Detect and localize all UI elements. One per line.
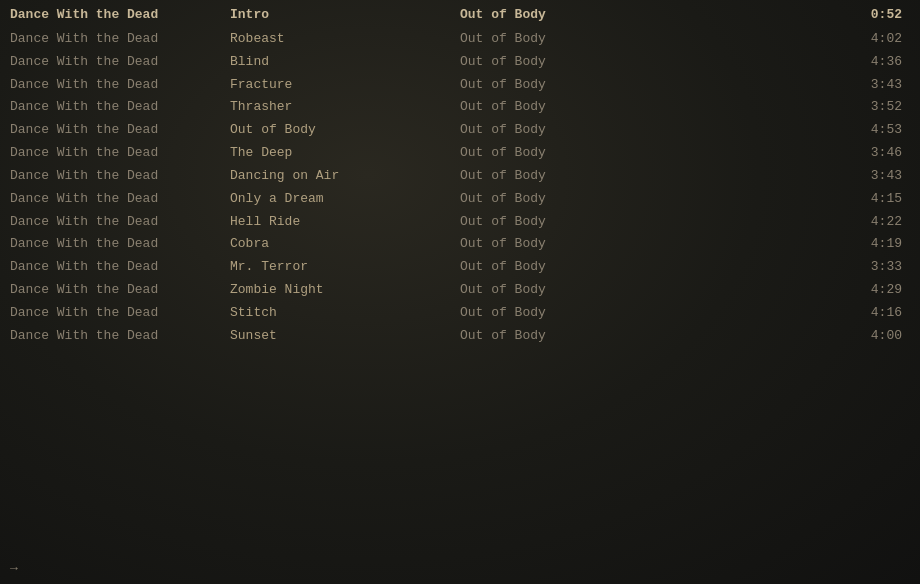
track-duration: 4:36 (680, 53, 910, 72)
track-artist: Dance With the Dead (10, 213, 230, 232)
track-artist: Dance With the Dead (10, 327, 230, 346)
track-duration: 3:43 (680, 76, 910, 95)
table-row[interactable]: Dance With the DeadFractureOut of Body3:… (0, 74, 920, 97)
track-title: Only a Dream (230, 190, 460, 209)
table-row[interactable]: Dance With the DeadCobraOut of Body4:19 (0, 233, 920, 256)
track-album: Out of Body (460, 213, 680, 232)
track-artist: Dance With the Dead (10, 304, 230, 323)
track-album: Out of Body (460, 53, 680, 72)
track-title: Fracture (230, 76, 460, 95)
table-row[interactable]: Dance With the DeadDancing on AirOut of … (0, 165, 920, 188)
track-album: Out of Body (460, 235, 680, 254)
track-album: Out of Body (460, 281, 680, 300)
track-title: Stitch (230, 304, 460, 323)
track-artist: Dance With the Dead (10, 258, 230, 277)
track-list: Dance With the Dead Intro Out of Body 0:… (0, 0, 920, 348)
track-artist: Dance With the Dead (10, 53, 230, 72)
track-album: Out of Body (460, 304, 680, 323)
header-duration: 0:52 (680, 6, 910, 25)
table-row[interactable]: Dance With the DeadMr. TerrorOut of Body… (0, 256, 920, 279)
table-row[interactable]: Dance With the DeadThrasherOut of Body3:… (0, 96, 920, 119)
track-artist: Dance With the Dead (10, 281, 230, 300)
track-artist: Dance With the Dead (10, 30, 230, 49)
track-album: Out of Body (460, 167, 680, 186)
track-duration: 3:46 (680, 144, 910, 163)
track-album: Out of Body (460, 98, 680, 117)
track-title: Hell Ride (230, 213, 460, 232)
track-duration: 4:00 (680, 327, 910, 346)
track-duration: 4:02 (680, 30, 910, 49)
table-row[interactable]: Dance With the DeadBlindOut of Body4:36 (0, 51, 920, 74)
table-row[interactable]: Dance With the DeadStitchOut of Body4:16 (0, 302, 920, 325)
table-row[interactable]: Dance With the DeadRobeastOut of Body4:0… (0, 28, 920, 51)
track-title: Sunset (230, 327, 460, 346)
track-artist: Dance With the Dead (10, 235, 230, 254)
track-title: The Deep (230, 144, 460, 163)
table-row[interactable]: Dance With the DeadOnly a DreamOut of Bo… (0, 188, 920, 211)
track-duration: 4:29 (680, 281, 910, 300)
track-album: Out of Body (460, 30, 680, 49)
track-album: Out of Body (460, 144, 680, 163)
table-row[interactable]: Dance With the DeadHell RideOut of Body4… (0, 211, 920, 234)
track-title: Blind (230, 53, 460, 72)
table-row[interactable]: Dance With the DeadOut of BodyOut of Bod… (0, 119, 920, 142)
track-duration: 3:33 (680, 258, 910, 277)
track-title: Cobra (230, 235, 460, 254)
table-row[interactable]: Dance With the DeadZombie NightOut of Bo… (0, 279, 920, 302)
track-duration: 4:16 (680, 304, 910, 323)
header-title: Intro (230, 6, 460, 25)
table-row[interactable]: Dance With the DeadSunsetOut of Body4:00 (0, 325, 920, 348)
track-title: Zombie Night (230, 281, 460, 300)
track-artist: Dance With the Dead (10, 76, 230, 95)
track-duration: 4:53 (680, 121, 910, 140)
track-duration: 3:43 (680, 167, 910, 186)
track-album: Out of Body (460, 190, 680, 209)
arrow-indicator: → (10, 561, 18, 576)
table-row[interactable]: Dance With the DeadThe DeepOut of Body3:… (0, 142, 920, 165)
track-duration: 3:52 (680, 98, 910, 117)
track-album: Out of Body (460, 121, 680, 140)
track-title: Dancing on Air (230, 167, 460, 186)
track-title: Mr. Terror (230, 258, 460, 277)
track-duration: 4:22 (680, 213, 910, 232)
track-title: Robeast (230, 30, 460, 49)
track-artist: Dance With the Dead (10, 167, 230, 186)
header-album: Out of Body (460, 6, 680, 25)
header-artist: Dance With the Dead (10, 6, 230, 25)
track-title: Thrasher (230, 98, 460, 117)
track-album: Out of Body (460, 258, 680, 277)
track-artist: Dance With the Dead (10, 121, 230, 140)
track-album: Out of Body (460, 76, 680, 95)
track-artist: Dance With the Dead (10, 98, 230, 117)
track-duration: 4:15 (680, 190, 910, 209)
track-artist: Dance With the Dead (10, 144, 230, 163)
track-artist: Dance With the Dead (10, 190, 230, 209)
track-album: Out of Body (460, 327, 680, 346)
table-header: Dance With the Dead Intro Out of Body 0:… (0, 4, 920, 28)
track-title: Out of Body (230, 121, 460, 140)
track-duration: 4:19 (680, 235, 910, 254)
